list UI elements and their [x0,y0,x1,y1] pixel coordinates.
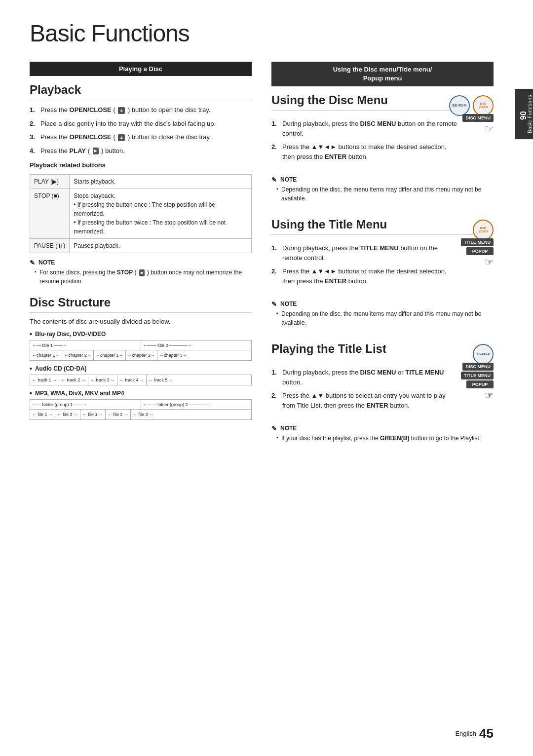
table-row: STOP (■) Stops playback. • If pressing t… [30,189,252,239]
open-close-icon: ▲ [118,107,125,114]
buttons-table: PLAY (▶) Starts playback. STOP (■) Stops… [30,174,252,253]
main-content: Basic Functions Playing a Disc Playback … [0,0,533,756]
side-tab: 06 Basic Functions [515,89,533,139]
stop-icon-note: ■ [139,269,145,276]
audio-cd-diagram: ← track 1 → ← track 2 → ← track 3 → ← tr… [30,375,252,385]
playback-note: ✎ NOTE For some discs, pressing the STOP… [30,259,252,286]
dvd-video-icon2: DVD VIDEO [473,220,494,240]
list-item: 2. Press the ▲▼◄► buttons to make the de… [271,266,456,286]
remote-popup-button2: POPUP [466,380,494,388]
audio-cd-label: Audio CD (CD-DA) [30,365,252,373]
table-row: PAUSE (⏸) Pauses playback. [30,239,252,253]
table-row: PLAY (▶) Starts playback. [30,175,252,189]
right-column: Using the Disc menu/Title menu/ Popup me… [271,62,494,457]
playback-step-4: 4. Press the PLAY ( ▶ ) button. [30,146,252,156]
disc-menu-remote: DISC MENU ☞ [462,114,494,135]
list-item: 2. Press the ▲▼◄► buttons to make the de… [271,142,457,161]
chapter-number: 06 [518,111,527,120]
chapter-label: Basic Functions [527,95,533,133]
two-column-layout: Playing a Disc Playback 1. Press the OPE… [30,62,494,457]
remote-disc-menu-button: DISC MENU [462,114,494,122]
title-list-title: Playing the Title List [271,342,473,359]
dvd-video-icon: DVD VIDEO [473,95,494,116]
playback-section: Playback 1. Press the OPEN/CLOSE ( ▲ ) b… [30,83,252,286]
playback-step-2: 2. Place a disc gently into the tray wit… [30,119,252,129]
disc-menu-title: Using the Disc Menu [271,93,449,111]
remote-disc-menu-button2: DISC MENU [462,363,494,371]
title-menu-note: ✎ NOTE Depending on the disc, the menu i… [271,301,494,327]
title-list-remote: DISC MENU TITLE MENU POPUP ☞ [461,363,494,401]
bd-rom-icon: BD-ROM [449,95,470,116]
remote-popup-button: POPUP [466,247,494,255]
disc-structure-title: Disc Structure [30,296,252,313]
right-section-header: Using the Disc menu/Title menu/ Popup me… [271,62,494,86]
list-item: Depending on the disc, the menu items ma… [276,185,494,203]
list-item: 1. During playback, press the TITLE MENU… [271,243,456,263]
left-column: Playing a Disc Playback 1. Press the OPE… [30,62,252,457]
remote-title-menu-button: TITLE MENU [461,238,494,246]
list-item: 1. During playback, press the DISC MENU … [271,368,456,387]
title-menu-title: Using the Title Menu [271,218,473,235]
disc-structure-desc: The contents of disc are usually divided… [30,318,252,325]
playing-disc-header: Playing a Disc [30,62,252,76]
playback-title: Playback [30,83,252,100]
list-item: For some discs, pressing the STOP ( ■ ) … [35,268,252,286]
disc-structure-section: Disc Structure The contents of disc are … [30,296,252,420]
list-item: 1. During playback, press the DISC MENU … [271,119,457,138]
remote-hand-icon2: ☞ [485,256,494,268]
list-item: If your disc has the playlist, press the… [276,434,494,443]
page-footer: English 45 [455,726,494,741]
bluray-diagram: ←— title 1 ——→ ←—— title 2 ————→ ←chapte… [30,340,252,361]
mp3-diagram: ←— folder (group) 1 ——→ ←—— folder (grou… [30,399,252,420]
page-number: 45 [479,726,494,741]
playback-steps: 1. Press the OPEN/CLOSE ( ▲ ) button to … [30,105,252,155]
title-menu-remote: TITLE MENU POPUP ☞ [461,238,494,268]
title-menu-section: Using the Title Menu DVD VIDEO [271,218,494,332]
title-menu-steps: 1. During playback, press the TITLE MENU… [271,243,456,290]
related-buttons-title: Playback related buttons [30,161,252,171]
remote-title-menu-button2: TITLE MENU [461,372,494,379]
remote-hand-icon3: ☞ [485,389,494,401]
bluray-label: Blu-ray Disc, DVD-VIDEO [30,330,252,338]
title-list-note: ✎ NOTE If your disc has the playlist, pr… [271,425,494,443]
playback-step-3: 3. Press the OPEN/CLOSE ( ▲ ) button to … [30,132,252,142]
page-container: 06 Basic Functions Basic Functions Playi… [0,0,533,756]
disc-menu-note: ✎ NOTE Depending on the disc, the menu i… [271,176,494,203]
page-title: Basic Functions [30,20,494,47]
title-list-section: Playing the Title List BD-RE/-R 1. [271,342,494,448]
list-item: 2. Press the ▲▼ buttons to select an ent… [271,391,456,410]
playback-step-1: 1. Press the OPEN/CLOSE ( ▲ ) button to … [30,105,252,115]
mp3-label: MP3, WMA, DivX, MKV and MP4 [30,389,252,397]
disc-menu-section: Using the Disc Menu BD-ROM DVD VIDEO [271,93,494,208]
note-icon3: ✎ [271,425,278,432]
note-icon: ✎ [271,176,278,183]
remote-hand-icon: ☞ [485,123,494,135]
list-item: Depending on the disc, the menu items ma… [276,309,494,327]
open-close-icon2: ▲ [118,134,125,141]
play-icon: ▶ [93,148,99,154]
note-icon2: ✎ [271,301,278,307]
language-label: English [455,730,476,737]
disc-menu-steps: 1. During playback, press the DISC MENU … [271,119,457,165]
title-list-steps: 1. During playback, press the DISC MENU … [271,368,456,414]
note-pencil-icon: ✎ [30,259,37,266]
bd-re-r-icon: BD-RE/-R [473,344,494,365]
